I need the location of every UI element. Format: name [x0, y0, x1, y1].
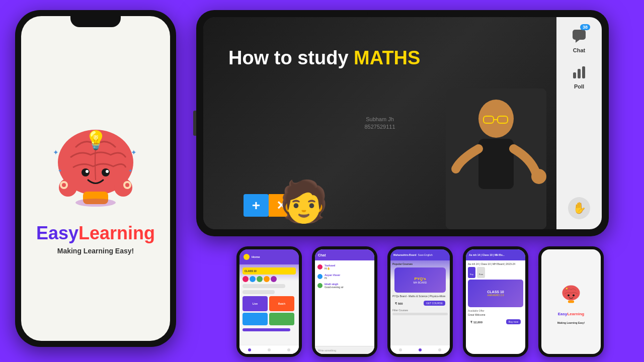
tablet-screen: How to study MATHS + ✕ ÷ 🧑 Subham Jh 852… — [203, 17, 602, 229]
nav-profile — [287, 348, 290, 351]
mini-phone-chat: Chat Yashavel Hi✋ Aayan Visver Hi — [312, 246, 377, 357]
mini-screen-course: Aa mh 14 | Class 10 | MH Bo... Aa mh 14 … — [466, 249, 525, 354]
mini-easy-label: Easy — [558, 312, 568, 316]
nav-courses — [268, 348, 271, 351]
mini-home-nav — [239, 345, 299, 354]
course-card-2-text: Batch — [278, 302, 285, 305]
chat-avatar-1 — [317, 264, 323, 269]
class-badge: CLASS 10 — [243, 267, 296, 275]
left-phone: 💡 — [15, 10, 176, 347]
poll-button[interactable]: Poll — [570, 63, 588, 89]
chat-badge: 38 — [580, 24, 590, 30]
course-cards: Live Batch — [243, 296, 296, 311]
poll-svg-icon — [572, 65, 587, 80]
course-action-1: Buy — [468, 267, 475, 278]
mini-home-content: CLASS 10 Live Ba — [239, 264, 299, 336]
video-area: How to study MATHS + ✕ ÷ 🧑 Subham Jh 852… — [203, 17, 556, 229]
price-row: ₹ 500 GET COURSE — [392, 299, 448, 307]
nav-courses-pyq — [419, 348, 422, 351]
course-card-1-text: Live — [253, 302, 258, 305]
class-badge-text: CLASS 10 — [245, 269, 257, 273]
cartoon-character: 🧑 — [279, 182, 329, 222]
mini-screen-brand: 💡 EasyLearning Making Learning Easy! — [541, 249, 601, 354]
app-logo: EasyLearning Making Learning Easy! — [36, 223, 155, 255]
chat-screen-title: Chat — [318, 253, 326, 257]
pyq-subtitle: MH BOARD — [414, 281, 427, 284]
filter-row — [392, 313, 448, 315]
pyq-banner: PYQ's MH BOARD — [394, 267, 446, 293]
available-label: Available Offer — [468, 309, 523, 312]
svg-text:✦: ✦ — [128, 168, 132, 173]
raise-hand-button[interactable]: ✋ — [568, 197, 590, 219]
svg-point-12 — [75, 199, 116, 207]
teacher-overlay — [446, 88, 546, 229]
svg-text:💡: 💡 — [566, 288, 568, 290]
brain-icon: ✦ ✦ ✦ ✦ — [45, 102, 146, 213]
tagline: Making Learning Easy! — [36, 247, 155, 255]
plus-symbol: + — [244, 194, 269, 217]
video-title: How to study MATHS — [228, 47, 420, 69]
offer-text: Great Welcome — [468, 313, 523, 316]
video-title-part2: MATHS — [354, 47, 420, 68]
watermark-number: 8527529111 — [364, 123, 395, 131]
mini-phone-brand: 💡 EasyLearning Making Learning Easy! — [538, 246, 604, 357]
course-content: Aa mh 14 | Class 10 | MH Board | 2023-24… — [466, 260, 525, 328]
mini-screen-home: Home CLASS 10 — [239, 249, 299, 354]
watermark: Subham Jh 8527529111 — [364, 116, 395, 131]
chat-text-3: Good evening sir — [325, 286, 344, 289]
course-action-row: Buy Free — [468, 267, 523, 278]
svg-point-29 — [568, 295, 570, 297]
buy-now-button[interactable]: Buy now — [506, 319, 521, 324]
chat-header: Chat — [315, 249, 374, 260]
mini-screen-pyq: Maharashtra Board Save English Popular C… — [390, 249, 450, 354]
home-row-1 — [243, 284, 285, 288]
popular-label: Popular Courses — [392, 262, 448, 265]
avatar-row — [243, 276, 296, 282]
chat-message-3-content: Hindi singh Good evening sir — [325, 283, 344, 289]
price-row-2: ₹ 12,000 Buy now — [468, 318, 523, 326]
avatar-5 — [271, 276, 277, 282]
pyq-title: PYQ's — [414, 277, 426, 281]
course-card-2: Batch — [269, 296, 294, 311]
avatar-3 — [257, 276, 263, 282]
filter-label: Filter Courses — [392, 309, 448, 312]
mini-home-header: Home — [239, 249, 299, 264]
svg-rect-25 — [573, 72, 576, 78]
chat-message-1: Yashavel Hi✋ — [315, 262, 374, 272]
mini-phone-course: Aa mh 14 | Class 10 | MH Bo... Aa mh 14 … — [463, 246, 528, 357]
class-banner-sub: AARANHO 2.0 — [487, 294, 504, 297]
mini-screen-chat: Chat Yashavel Hi✋ Aayan Visver Hi — [315, 249, 374, 354]
home-row-2 — [243, 290, 275, 294]
video-title-part1: How to study — [228, 47, 354, 68]
get-course-button[interactable]: GET COURSE — [424, 301, 445, 306]
lightbulb-icon: 💡 — [85, 130, 107, 151]
avatar-1 — [243, 276, 249, 282]
svg-point-23 — [531, 169, 546, 184]
home-row-3 — [243, 328, 290, 331]
course-price: ₹ 12,000 — [470, 320, 482, 324]
chat-messages: Yashavel Hi✋ Aayan Visver Hi Hindi singh — [315, 260, 374, 293]
easy-label: Easy — [36, 223, 78, 243]
svg-text:✦: ✦ — [53, 148, 59, 156]
chat-avatar-2 — [317, 274, 323, 279]
chat-avatar-3 — [317, 283, 323, 288]
chat-input-area[interactable]: Write something — [315, 346, 374, 354]
course-header: Aa mh 14 | Class 10 | MH Bo... — [466, 249, 525, 260]
svg-point-1 — [82, 168, 90, 176]
learning-label: Learning — [78, 223, 155, 243]
chat-icon: 38 — [570, 27, 588, 45]
nav-home-pyq — [399, 348, 402, 351]
svg-point-11 — [125, 183, 129, 187]
svg-rect-26 — [578, 69, 581, 78]
sidebar-panel: 38 Chat Poll ✋ — [556, 17, 602, 229]
mini-brain-icon: 💡 — [558, 279, 584, 304]
course-card-1: Live — [243, 296, 268, 311]
mini-learning-label: Learning — [567, 312, 584, 316]
avatar-4 — [264, 276, 270, 282]
svg-text:✦: ✦ — [58, 168, 62, 173]
watermark-name: Subham Jh — [364, 116, 395, 123]
course-action-2: Free — [477, 267, 485, 278]
chat-button[interactable]: 38 Chat — [570, 27, 588, 53]
mini-header-avatar — [244, 254, 250, 260]
course-card-3 — [243, 313, 268, 325]
